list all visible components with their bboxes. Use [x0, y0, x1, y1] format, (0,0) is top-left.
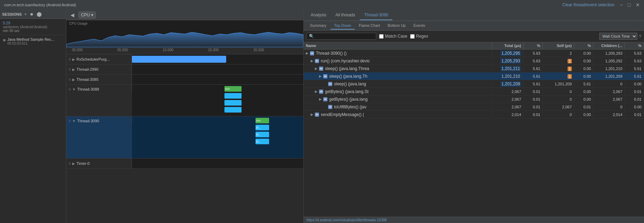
subtab-summary[interactable]: Summary	[306, 22, 330, 30]
expand-arrow[interactable]: ▶	[306, 51, 309, 55]
event-block-sl1[interactable]: sl...	[256, 125, 269, 130]
subtab-events[interactable]: Events	[410, 22, 429, 30]
session-item[interactable]: 5:29 uanfactory (Android Android) min 50…	[0, 19, 66, 35]
help-icon[interactable]: ?	[639, 34, 641, 39]
table-row[interactable]: ▶ m sleep() (java.lang.Threa 1,201,211 5…	[304, 65, 644, 72]
thread-menu-icon[interactable]: ≡	[68, 57, 71, 62]
help-link[interactable]: https://d.android.com/r/studio/profiler/…	[306, 218, 387, 222]
thread-row: ≡ ▶ Thread-3085	[66, 75, 303, 85]
thread-menu-icon[interactable]: ≡	[68, 87, 71, 92]
table-row[interactable]: m sleep() (java.lang 1,201,209 5.61 1,20…	[304, 80, 644, 88]
expand-icon[interactable]: ▶	[72, 162, 75, 166]
event-block-run[interactable]: run	[224, 86, 242, 92]
row-name: sleep() (java.lang.Threa	[325, 66, 369, 71]
expand-icon[interactable]: ▼	[72, 87, 76, 91]
thread-label-3090[interactable]: ≡ ▼ Thread-3090	[66, 116, 132, 125]
thread-timeline-timer0[interactable]	[132, 159, 303, 168]
expand-icon[interactable]: ▶	[72, 57, 75, 61]
thread-timeline-2990[interactable]	[132, 64, 303, 74]
expand-arrow[interactable]: ▶	[315, 67, 318, 70]
table-row[interactable]: ▶ m sendEmptyMessage() ( 2,014 0.01 0 0.…	[304, 111, 644, 118]
top-bar: com.m.tech.tuamfactory (Android Android)…	[0, 0, 644, 10]
event-block-sl3[interactable]: sl...	[256, 139, 269, 144]
thread-name: Thread-3088	[77, 87, 99, 91]
expand-icon[interactable]: ▶	[72, 68, 75, 71]
table-row[interactable]: m toUtf8Bytes() (jav 2,067 0.01 2,067 0.…	[304, 103, 644, 111]
add-session-button[interactable]: +	[23, 11, 28, 17]
regex-option[interactable]: Regex	[410, 34, 428, 39]
subtab-flame-chart[interactable]: Flame Chart	[355, 22, 384, 30]
record-button[interactable]: ⬤	[36, 11, 43, 17]
search-input[interactable]	[314, 34, 373, 38]
thread-label-3085[interactable]: ≡ ▶ Thread-3085	[66, 75, 132, 84]
recording-item[interactable]: ◉ Java Method Sample Rec... 00:02:03.611	[0, 35, 66, 47]
event-block[interactable]	[132, 56, 226, 63]
thread-label-rxscheduler[interactable]: ≡ ▶ RxSchedulerPurg...	[66, 54, 132, 64]
thread-timeline-3085[interactable]	[132, 75, 303, 84]
nav-back-button[interactable]: ◀	[69, 11, 76, 18]
th-total-pct[interactable]: %	[524, 42, 543, 49]
match-case-checkbox[interactable]	[379, 34, 384, 39]
thread-menu-icon[interactable]: ≡	[68, 161, 71, 166]
th-children-pct[interactable]: %	[625, 42, 644, 49]
table-row[interactable]: ▶ m run() (com.hycashier.devic 1,205,293…	[304, 57, 644, 65]
td-children-pct: 0.00	[625, 81, 644, 87]
event-block-sl2[interactable]: sl...	[256, 132, 269, 137]
cpu-dropdown[interactable]: CPU ▾	[79, 11, 96, 18]
th-children[interactable]: Children (...	[593, 42, 625, 49]
maximize-button[interactable]: □	[627, 2, 632, 8]
th-self[interactable]: Self (µs)	[543, 42, 574, 49]
center-panel: ◀ CPU ▾ CPU Usage 00.000	[66, 10, 304, 223]
thread-menu-icon[interactable]: ≡	[68, 77, 71, 82]
expand-arrow[interactable]: ▶	[319, 97, 322, 101]
td-self: 2	[543, 51, 574, 56]
thread-menu-icon[interactable]: ≡	[68, 67, 71, 72]
row-name: getBytes() (java.lang.St	[325, 89, 369, 94]
th-total[interactable]: Total (µs)	[492, 42, 524, 49]
thread-label-2990[interactable]: ≡ ▶ Thread-2990	[66, 64, 132, 74]
table-row[interactable]: ▶ m Thread-3090() () 1,205,295 5.63 2 0.…	[304, 49, 644, 57]
th-name[interactable]: Name	[304, 42, 492, 49]
table-row[interactable]: ▶ m sleep() (java.lang.Th 1,201,210 5.61…	[304, 72, 644, 80]
td-self-pct: 5.61	[574, 81, 593, 87]
clock-dropdown[interactable]: Wall Clock Time Thread Time	[599, 33, 637, 40]
search-icon: 🔍	[309, 34, 314, 39]
subtab-top-down[interactable]: Top Down	[331, 22, 355, 30]
thread-label-3088[interactable]: ≡ ▼ Thread-3088	[66, 85, 132, 93]
event-block-run[interactable]: run	[256, 118, 269, 123]
sessions-label: SESSIONS	[2, 12, 22, 16]
stop-session-button[interactable]: ■	[29, 11, 34, 17]
regex-checkbox[interactable]	[410, 34, 415, 39]
thread-timeline-3088[interactable]: run	[132, 85, 303, 116]
expand-icon[interactable]: ▼	[72, 119, 76, 123]
subtab-bottom-up[interactable]: Bottom Up	[384, 22, 409, 30]
thread-label-timer0[interactable]: ≡ ▶ Timer-0	[66, 159, 132, 168]
thread-menu-icon[interactable]: ≡	[68, 118, 71, 123]
expand-arrow[interactable]: ▶	[315, 90, 318, 93]
tab-all-threads[interactable]: All threads	[331, 10, 360, 20]
m-badge: m	[323, 97, 327, 101]
row-name: sleep() (java.lang	[334, 82, 366, 86]
tab-thread-3090[interactable]: Thread-3090	[360, 10, 392, 20]
expand-arrow[interactable]: ▶	[311, 59, 313, 63]
total-value: 1,201,209	[501, 81, 521, 87]
close-button[interactable]: ✕	[634, 2, 641, 8]
clear-selection-link[interactable]: Clear thread/event selection	[562, 2, 614, 7]
th-self-pct[interactable]: %	[574, 42, 593, 49]
td-children-pct: 0.01	[625, 89, 644, 94]
table-row[interactable]: ▶ m getBytes() (java.lang 2,067 0.01 0 0…	[304, 95, 644, 103]
expand-arrow[interactable]: ▶	[311, 113, 313, 116]
event-block-sl2[interactable]	[224, 100, 242, 106]
thread-timeline-rxscheduler[interactable]	[132, 54, 303, 64]
expand-arrow[interactable]: ▶	[319, 74, 322, 78]
expand-icon[interactable]: ▶	[72, 78, 75, 82]
tab-analysis[interactable]: Analysis	[306, 10, 331, 20]
td-children-pct: 0.01	[625, 97, 644, 102]
thread-timeline-3090[interactable]: run sl... sl... sl...	[132, 116, 303, 158]
minimize-button[interactable]: −	[619, 2, 624, 8]
match-case-option[interactable]: Match Case	[379, 34, 407, 39]
event-block-sl3[interactable]	[224, 107, 242, 113]
event-block-sl1[interactable]	[224, 93, 242, 99]
td-total: 2,067	[492, 97, 524, 102]
table-row[interactable]: ▶ m getBytes() (java.lang.St 2,067 0.01 …	[304, 88, 644, 95]
